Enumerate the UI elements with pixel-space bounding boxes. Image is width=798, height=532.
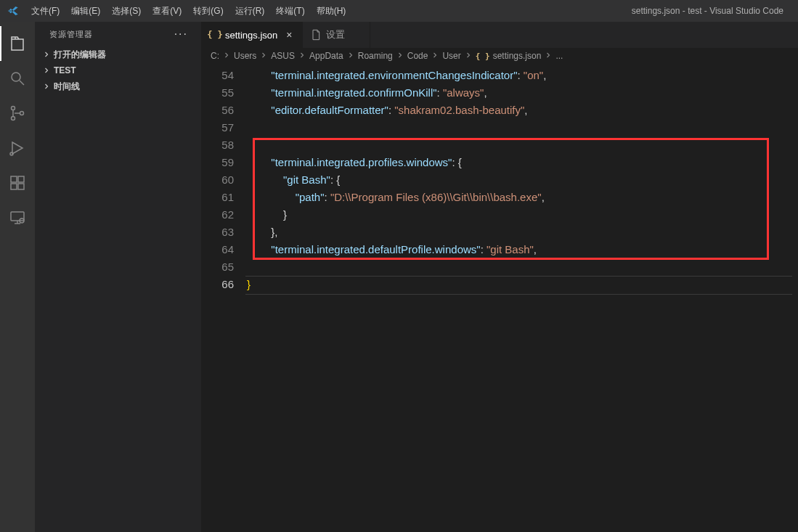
svg-rect-10 [11,212,24,221]
chevron-right-icon [41,49,52,60]
breadcrumb-file[interactable]: { }settings.json [476,51,542,61]
svg-point-0 [12,73,20,81]
title-bar: 文件(F) 编辑(E) 选择(S) 查看(V) 转到(G) 运行(R) 终端(T… [0,0,798,22]
activity-remote-icon[interactable] [0,200,35,235]
workspace-label: TEST [54,65,76,75]
svg-point-4 [20,112,24,115]
chevron-right-icon [222,51,231,62]
menu-terminal[interactable]: 终端(T) [270,0,310,22]
svg-rect-8 [18,184,24,189]
file-icon [310,29,322,41]
breadcrumb-segment[interactable]: User [442,51,460,61]
breadcrumb-segment[interactable]: Code [407,51,428,61]
code-editor[interactable]: 54555657585960616263646566 "terminal.int… [202,64,798,532]
menu-view[interactable]: 查看(V) [147,0,187,22]
menu-help[interactable]: 帮助(H) [311,0,352,22]
svg-point-2 [12,107,15,110]
chevron-right-icon [298,51,306,62]
activity-extensions-icon[interactable] [0,165,35,200]
menu-go[interactable]: 转到(G) [187,0,229,22]
editor-tabs: { } settings.json × 设置 × [202,22,798,48]
workbench: 资源管理器 ··· 打开的编辑器 TEST 时间线 [0,22,798,532]
breadcrumb-segment[interactable]: Users [234,51,256,61]
timeline-label: 时间线 [54,81,80,93]
chevron-right-icon [41,65,52,76]
window-title: settings.json - test - Visual Studio Cod… [351,6,798,16]
activity-source-control-icon[interactable] [0,96,35,131]
svg-rect-6 [11,176,17,182]
vscode-logo-icon [0,5,25,17]
code-content[interactable]: "terminal.integrated.environmentChangesI… [247,67,798,293]
sidebar-title: 资源管理器 [49,29,93,40]
menu-file[interactable]: 文件(F) [25,0,65,22]
menu-select[interactable]: 选择(S) [106,0,147,22]
svg-rect-7 [11,184,17,189]
breadcrumb-segment[interactable]: Roaming [358,51,393,61]
breadcrumb-segment[interactable]: C: [211,51,219,61]
breadcrumb-segment[interactable]: ASUS [271,51,295,61]
json-file-icon: { } [209,29,221,41]
sidebar-header: 资源管理器 ··· [35,22,201,46]
close-icon[interactable]: × [283,29,295,41]
chevron-right-icon [41,81,52,92]
chevron-right-icon [464,51,473,62]
sidebar-more-icon[interactable]: ··· [174,28,188,41]
menu-bar: 文件(F) 编辑(E) 选择(S) 查看(V) 转到(G) 运行(R) 终端(T… [25,0,351,22]
chevron-right-icon [396,51,404,62]
workspace-section[interactable]: TEST [35,62,201,78]
menu-run[interactable]: 运行(R) [229,0,271,22]
breadcrumb-overflow[interactable]: ... [555,51,563,61]
breadcrumb[interactable]: C:UsersASUSAppDataRoamingCodeUser{ }sett… [202,48,798,64]
explorer-sidebar: 资源管理器 ··· 打开的编辑器 TEST 时间线 [35,22,202,532]
tab-label: 设置 [326,28,345,41]
svg-rect-9 [18,176,24,182]
chevron-right-icon [346,51,355,62]
timeline-section[interactable]: 时间线 [35,78,201,94]
chevron-right-icon [544,51,553,62]
svg-line-1 [20,81,24,85]
line-number-gutter: 54555657585960616263646566 [202,67,247,529]
menu-edit[interactable]: 编辑(E) [65,0,106,22]
activity-explorer-icon[interactable] [0,26,35,61]
activity-run-debug-icon[interactable] [0,131,35,165]
svg-point-5 [10,152,13,155]
tab-settings-ui[interactable]: 设置 × [303,22,370,48]
open-editors-section[interactable]: 打开的编辑器 [35,46,201,62]
activity-search-icon[interactable] [0,61,35,96]
editor-group: { } settings.json × 设置 × C:UsersASUSAppD… [202,22,798,532]
activity-bar [0,22,35,532]
open-editors-label: 打开的编辑器 [54,49,106,61]
svg-point-3 [12,117,15,120]
chevron-right-icon [431,51,439,62]
tab-settings-json[interactable]: { } settings.json × [202,22,303,48]
breadcrumb-segment[interactable]: AppData [309,51,343,61]
chevron-right-icon [259,51,268,62]
tab-label: settings.json [225,30,277,41]
json-file-icon: { } [476,52,490,61]
